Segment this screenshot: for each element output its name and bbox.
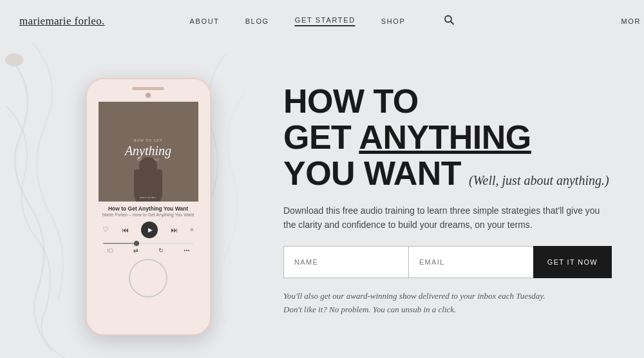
fast-forward-icon[interactable]: ⏭ [171, 226, 178, 234]
fine-print-line1: You'll also get our award-winning show d… [283, 290, 612, 303]
site-logo[interactable]: mariemarie forleo. [13, 15, 105, 28]
progress-bar [103, 243, 193, 244]
nav-get-started[interactable]: GET STARTED [295, 16, 355, 26]
fine-print: You'll also get our award-winning show d… [283, 290, 612, 317]
rewind-icon[interactable]: ⏮ [122, 226, 129, 234]
list-icon[interactable]: ≡ [190, 226, 194, 233]
headline-line1: HOW TO [283, 83, 612, 119]
phone-speaker [132, 87, 164, 90]
fine-print-line2: Don't like it? No problem. You can unsub… [283, 303, 612, 317]
nav-links: ABOUT BLOG GET STARTED SHOP [189, 15, 454, 28]
track-artist: Marie Forleo – How to Get Anything You W… [95, 212, 202, 217]
track-info: How to Get Anything You Want Marie Forle… [87, 202, 210, 219]
search-icon[interactable] [444, 15, 455, 28]
svg-line-1 [451, 21, 454, 24]
nav-shop[interactable]: SHOP [381, 17, 406, 25]
svg-rect-6 [134, 169, 162, 194]
progress-thumb[interactable] [134, 241, 139, 246]
nav-about[interactable]: ABOUT [189, 17, 219, 25]
more-icon[interactable]: ••• [184, 247, 189, 254]
home-button[interactable] [129, 259, 167, 297]
progress-fill [103, 243, 135, 244]
svg-point-0 [445, 15, 451, 22]
nav-blog[interactable]: BLOG [245, 17, 269, 25]
album-top-text: HOW TO GET [133, 138, 163, 142]
name-input[interactable] [283, 246, 408, 278]
nav-more[interactable]: MOR [621, 17, 644, 25]
headline-subtitle: (Well, just about anything.) [469, 174, 609, 188]
submit-button[interactable]: GET IT NOW [533, 246, 612, 278]
navigation: mariemarie forleo. ABOUT BLOG GET STARTE… [0, 0, 644, 42]
headline-you-want: YOU WANT [283, 155, 461, 191]
logo-underline-part: marie [19, 15, 45, 27]
phone-controls: ♡ ⏮ ⏭ ≡ [87, 219, 210, 241]
headline-line2: GET ANYTHING [283, 119, 612, 155]
content-section: HOW TO GET ANYTHING YOU WANT (Well, just… [258, 70, 644, 330]
album-branding: marie forleo. [99, 196, 198, 199]
svg-point-2 [5, 53, 23, 66]
heart-icon[interactable]: ♡ [102, 225, 109, 234]
bottom-controls: ↑□ ⇄ ↻ ••• [87, 246, 210, 255]
play-button[interactable] [141, 221, 158, 238]
headline-anything: ANYTHING [359, 118, 531, 156]
repeat-icon[interactable]: ↻ [158, 247, 164, 254]
signup-form: GET IT NOW [283, 246, 612, 278]
shuffle-icon[interactable]: ⇄ [133, 247, 138, 254]
album-art: HOW TO GET Anything YOU WANT marie forle… [99, 102, 198, 202]
email-input[interactable] [408, 246, 533, 278]
phone-mockup: HOW TO GET Anything YOU WANT marie forle… [86, 78, 211, 335]
description: Download this free audio training to lea… [283, 203, 612, 232]
phone-section: HOW TO GET Anything YOU WANT marie forle… [0, 42, 258, 358]
main-content: HOW TO GET Anything YOU WANT marie forle… [0, 42, 644, 358]
headline-line3: YOU WANT (Well, just about anything.) [283, 155, 612, 191]
track-title: How to Get Anything You Want [95, 205, 202, 212]
phone-camera [146, 93, 151, 98]
headline: HOW TO GET ANYTHING YOU WANT (Well, just… [283, 83, 612, 191]
share-icon[interactable]: ↑□ [106, 247, 113, 254]
